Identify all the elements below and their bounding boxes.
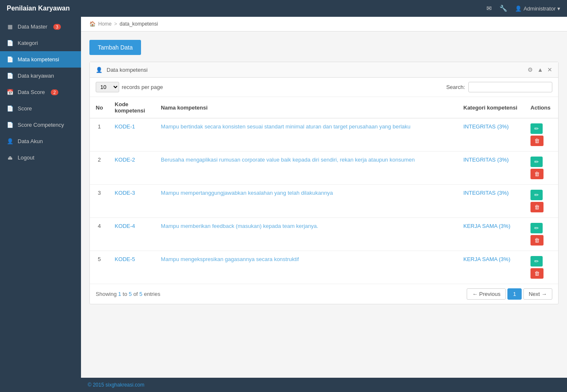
sidebar: ▦ Data Master 3 📄 Kategori 📄 Mata kompet… bbox=[0, 17, 81, 392]
table-row: 5 KODE-5 Mampu mengekspresikan gagasanny… bbox=[90, 251, 558, 284]
chevron-down-icon: ▾ bbox=[557, 5, 560, 12]
sidebar-item-mata-kompetensi[interactable]: 📄 Mata kompetensi bbox=[0, 51, 81, 68]
chevron-up-icon[interactable]: ▲ bbox=[537, 66, 543, 73]
cell-kategori: KERJA SAMA (3%) bbox=[457, 218, 525, 251]
delete-button[interactable]: 🗑 bbox=[530, 202, 543, 212]
prev-button[interactable]: ← Previous bbox=[467, 288, 506, 300]
user-icon: 👤 bbox=[515, 5, 522, 12]
brand-title: Penilaian Karyawan bbox=[7, 5, 486, 12]
mail-icon[interactable]: ✉ bbox=[486, 5, 492, 12]
nama-link[interactable]: Berusaha mengaplikasi rumusan corporate … bbox=[161, 157, 415, 163]
cell-nama: Mampu mempertanggungjawabkan kesalahan y… bbox=[155, 185, 457, 218]
edit-button[interactable]: ✏ bbox=[530, 223, 543, 233]
kode-link[interactable]: KODE-4 bbox=[115, 223, 135, 229]
sidebar-item-kategori[interactable]: 📄 Kategori bbox=[0, 35, 81, 51]
next-button[interactable]: Next → bbox=[523, 288, 552, 300]
calendar-icon: 📅 bbox=[7, 89, 13, 95]
pagination: ← Previous 1 Next → bbox=[467, 288, 552, 300]
records-per-page-label: records per page bbox=[122, 84, 163, 90]
main-area: 🏠 Home > data_kompetensi Tambah Data 👤 D… bbox=[81, 17, 567, 392]
data-panel: 👤 Data kompetensi ⚙ ▲ ✕ 10 25 bbox=[89, 62, 559, 304]
sidebar-label-data-akun: Data Akun bbox=[18, 138, 43, 144]
delete-button[interactable]: 🗑 bbox=[530, 268, 543, 279]
edit-button[interactable]: ✏ bbox=[530, 157, 543, 167]
cell-actions: ✏ 🗑 bbox=[525, 218, 558, 251]
table-controls-right: Search: bbox=[446, 82, 552, 92]
kategori-link[interactable]: INTEGRITAS (3%) bbox=[463, 190, 509, 196]
nama-link[interactable]: Mampu mengekspresikan gagasannya secara … bbox=[161, 256, 299, 262]
user-icon-akun: 👤 bbox=[7, 138, 13, 144]
kode-link[interactable]: KODE-2 bbox=[115, 157, 135, 163]
sidebar-item-logout[interactable]: ⏏ Logout bbox=[0, 149, 81, 166]
showing-text: Showing 1 to 5 of 5 entries bbox=[96, 291, 160, 297]
sidebar-item-score-competency[interactable]: 📄 Score Competency bbox=[0, 117, 81, 133]
breadcrumb-separator: > bbox=[114, 21, 117, 27]
cell-kategori: INTEGRITAS (3%) bbox=[457, 185, 525, 218]
breadcrumb-current: data_kompetensi bbox=[120, 21, 158, 27]
sidebar-label-data-score: Data Score bbox=[18, 89, 45, 95]
close-panel-icon[interactable]: ✕ bbox=[547, 66, 552, 73]
cell-kategori: KERJA SAMA (3%) bbox=[457, 251, 525, 284]
col-header-nama: Nama kompetensi bbox=[155, 97, 457, 118]
table-row: 3 KODE-3 Mampu mempertanggungjawabkan ke… bbox=[90, 185, 558, 218]
col-header-kategori: Kategori kompetensi bbox=[457, 97, 525, 118]
panel-header-right: ⚙ ▲ ✕ bbox=[528, 66, 552, 73]
showing-total: 5 bbox=[139, 291, 142, 297]
tambah-data-button[interactable]: Tambah Data bbox=[89, 40, 141, 55]
wrench-icon[interactable]: 🔧 bbox=[499, 5, 507, 12]
sidebar-label-logout: Logout bbox=[18, 154, 34, 161]
data-master-badge: 3 bbox=[53, 24, 61, 30]
cell-kategori: INTEGRITAS (3%) bbox=[457, 152, 525, 185]
sidebar-item-data-master[interactable]: ▦ Data Master 3 bbox=[0, 18, 81, 35]
edit-button[interactable]: ✏ bbox=[530, 123, 543, 134]
sidebar-item-score[interactable]: 📄 Score bbox=[0, 100, 81, 117]
page-1-button[interactable]: 1 bbox=[507, 288, 521, 300]
records-per-page-select[interactable]: 10 25 50 100 bbox=[96, 82, 119, 92]
sidebar-item-data-karyawan[interactable]: 📄 Data karyawan bbox=[0, 68, 81, 84]
table-row: 2 KODE-2 Berusaha mengaplikasi rumusan c… bbox=[90, 152, 558, 185]
kategori-link[interactable]: INTEGRITAS (3%) bbox=[463, 157, 509, 163]
kode-link[interactable]: KODE-5 bbox=[115, 256, 135, 262]
data-table: No Kode kompetensi Nama kompetensi Kateg… bbox=[90, 97, 558, 284]
table-body: 1 KODE-1 Mampu bertindak secara konsiste… bbox=[90, 118, 558, 284]
cell-no: 3 bbox=[90, 185, 109, 218]
sidebar-item-data-akun[interactable]: 👤 Data Akun bbox=[0, 133, 81, 149]
kode-link[interactable]: KODE-1 bbox=[115, 123, 135, 130]
file-icon-score-competency: 📄 bbox=[7, 122, 13, 128]
cell-nama: Mampu bertindak secara konsisten sesuai … bbox=[155, 118, 457, 152]
footer-link[interactable]: sixghakreasi.com bbox=[105, 382, 144, 388]
kategori-link[interactable]: KERJA SAMA (3%) bbox=[463, 223, 510, 229]
content-area: Tambah Data 👤 Data kompetensi ⚙ ▲ ✕ bbox=[81, 31, 567, 378]
edit-button[interactable]: ✏ bbox=[530, 256, 543, 267]
kategori-link[interactable]: KERJA SAMA (3%) bbox=[463, 256, 510, 262]
sidebar-item-data-score[interactable]: 📅 Data Score 2 bbox=[0, 84, 81, 100]
cell-kode: KODE-3 bbox=[109, 185, 155, 218]
sidebar-label-score-competency: Score Competency bbox=[18, 122, 64, 128]
nama-link[interactable]: Mampu bertindak secara konsisten sesuai … bbox=[161, 123, 410, 130]
delete-button[interactable]: 🗑 bbox=[530, 136, 543, 146]
cell-nama: Berusaha mengaplikasi rumusan corporate … bbox=[155, 152, 457, 185]
delete-button[interactable]: 🗑 bbox=[530, 235, 543, 246]
admin-dropdown[interactable]: 👤 Administrator ▾ bbox=[515, 5, 560, 12]
admin-label: Administrator bbox=[523, 5, 556, 12]
file-icon-score: 📄 bbox=[7, 105, 13, 112]
cell-nama: Mampu memberikan feedback (masukan) kepa… bbox=[155, 218, 457, 251]
cell-no: 5 bbox=[90, 251, 109, 284]
kode-link[interactable]: KODE-3 bbox=[115, 190, 135, 196]
table-row: 1 KODE-1 Mampu bertindak secara konsiste… bbox=[90, 118, 558, 152]
kategori-link[interactable]: INTEGRITAS (3%) bbox=[463, 123, 509, 130]
edit-button[interactable]: ✏ bbox=[530, 190, 543, 200]
footer: © 2015 sixghakreasi.com bbox=[81, 378, 567, 392]
search-input[interactable] bbox=[468, 82, 552, 92]
cell-no: 1 bbox=[90, 118, 109, 152]
settings-icon[interactable]: ⚙ bbox=[528, 66, 533, 73]
cell-actions: ✏ 🗑 bbox=[525, 185, 558, 218]
cell-nama: Mampu mengekspresikan gagasannya secara … bbox=[155, 251, 457, 284]
home-icon: 🏠 bbox=[89, 21, 96, 27]
nama-link[interactable]: Mampu mempertanggungjawabkan kesalahan y… bbox=[161, 190, 333, 196]
breadcrumb-home[interactable]: Home bbox=[98, 21, 112, 27]
delete-button[interactable]: 🗑 bbox=[530, 169, 543, 179]
cell-kode: KODE-5 bbox=[109, 251, 155, 284]
nama-link[interactable]: Mampu memberikan feedback (masukan) kepa… bbox=[161, 223, 318, 229]
showing-from: 1 bbox=[118, 291, 121, 297]
